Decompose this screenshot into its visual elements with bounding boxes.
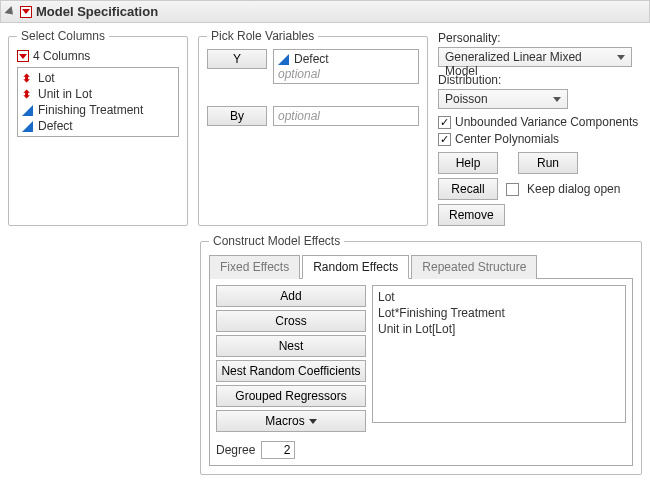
y-role-field[interactable]: Defect optional xyxy=(273,49,419,84)
panel-header[interactable]: Model Specification xyxy=(0,0,650,23)
nest-random-button[interactable]: Nest Random Coefficients xyxy=(216,360,366,382)
effect-item[interactable]: Lot*Finishing Treatment xyxy=(378,305,620,321)
pick-role-legend: Pick Role Variables xyxy=(207,29,318,43)
help-button[interactable]: Help xyxy=(438,152,498,174)
by-role-field[interactable]: optional xyxy=(273,106,419,126)
run-button[interactable]: Run xyxy=(518,152,578,174)
remove-button[interactable]: Remove xyxy=(438,204,505,226)
columns-count: 4 Columns xyxy=(33,49,90,63)
macros-button[interactable]: Macros xyxy=(216,410,366,432)
add-effect-button[interactable]: Add xyxy=(216,285,366,307)
nominal-icon: ⬍ xyxy=(22,88,34,100)
column-item[interactable]: ⬍ Unit in Lot xyxy=(18,86,178,102)
right-panel: Personality: Generalized Linear Mixed Mo… xyxy=(438,29,642,226)
unbounded-label: Unbounded Variance Components xyxy=(455,115,638,129)
personality-select[interactable]: Generalized Linear Mixed Model xyxy=(438,47,632,67)
columns-list[interactable]: ⬍ Lot ⬍ Unit in Lot Finishing Treatment … xyxy=(17,67,179,137)
effects-list[interactable]: Lot Lot*Finishing Treatment Unit in Lot[… xyxy=(372,285,626,423)
distribution-value: Poisson xyxy=(445,92,488,106)
select-columns-legend: Select Columns xyxy=(17,29,109,43)
continuous-icon xyxy=(22,120,34,132)
cross-effect-button[interactable]: Cross xyxy=(216,310,366,332)
recall-button[interactable]: Recall xyxy=(438,178,498,200)
continuous-icon xyxy=(22,104,34,116)
center-checkbox[interactable] xyxy=(438,133,451,146)
hotspot-icon[interactable] xyxy=(20,6,32,18)
center-label: Center Polynomials xyxy=(455,132,559,146)
by-optional-text: optional xyxy=(278,109,414,123)
pick-role-group: Pick Role Variables Y Defect optional By… xyxy=(198,29,428,226)
y-role-button[interactable]: Y xyxy=(207,49,267,69)
disclosure-icon[interactable] xyxy=(4,5,16,17)
effect-item[interactable]: Unit in Lot[Lot] xyxy=(378,321,620,337)
keep-open-label: Keep dialog open xyxy=(527,182,620,196)
keep-open-checkbox[interactable] xyxy=(506,183,519,196)
chevron-down-icon xyxy=(305,414,317,428)
y-optional-text: optional xyxy=(278,67,414,81)
column-item[interactable]: Finishing Treatment xyxy=(18,102,178,118)
nominal-icon: ⬍ xyxy=(22,72,34,84)
tab-repeated-structure[interactable]: Repeated Structure xyxy=(411,255,537,279)
column-item[interactable]: Defect xyxy=(18,118,178,134)
column-label: Lot xyxy=(38,71,55,85)
degree-label: Degree xyxy=(216,443,255,457)
construct-legend: Construct Model Effects xyxy=(209,234,344,248)
tab-random-effects[interactable]: Random Effects xyxy=(302,255,409,279)
grouped-regressors-button[interactable]: Grouped Regressors xyxy=(216,385,366,407)
by-role-button[interactable]: By xyxy=(207,106,267,126)
unbounded-checkbox[interactable] xyxy=(438,116,451,129)
column-label: Unit in Lot xyxy=(38,87,92,101)
y-role-item: Defect xyxy=(294,52,329,66)
effect-item[interactable]: Lot xyxy=(378,289,620,305)
column-item[interactable]: ⬍ Lot xyxy=(18,70,178,86)
macros-label: Macros xyxy=(265,414,304,428)
column-label: Defect xyxy=(38,119,73,133)
degree-input[interactable] xyxy=(261,441,295,459)
select-columns-group: Select Columns 4 Columns ⬍ Lot ⬍ Unit in… xyxy=(8,29,188,226)
nest-effect-button[interactable]: Nest xyxy=(216,335,366,357)
panel-title: Model Specification xyxy=(36,4,158,19)
personality-label: Personality: xyxy=(438,31,642,45)
column-label: Finishing Treatment xyxy=(38,103,143,117)
continuous-icon xyxy=(278,53,290,65)
effects-tabs: Fixed Effects Random Effects Repeated St… xyxy=(209,254,633,279)
columns-hotspot-icon[interactable] xyxy=(17,50,29,62)
distribution-select[interactable]: Poisson xyxy=(438,89,568,109)
construct-effects-group: Construct Model Effects Fixed Effects Ra… xyxy=(200,234,642,475)
tab-fixed-effects[interactable]: Fixed Effects xyxy=(209,255,300,279)
